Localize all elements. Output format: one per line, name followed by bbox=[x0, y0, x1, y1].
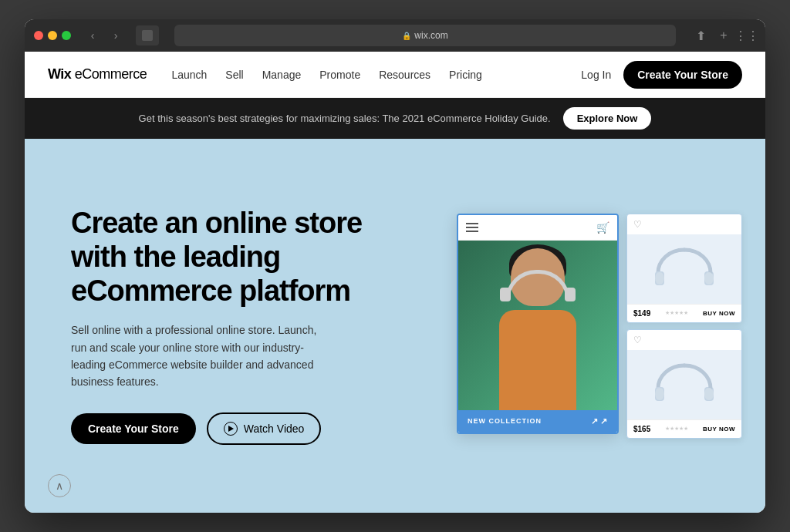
hero-title: Create an online store with the leading … bbox=[71, 207, 380, 308]
new-tab-button[interactable]: + bbox=[714, 26, 733, 45]
hero-watch-video-button[interactable]: Watch Video bbox=[207, 412, 322, 445]
nav-link-manage[interactable]: Manage bbox=[262, 69, 302, 81]
nav-link-launch[interactable]: Launch bbox=[171, 69, 207, 81]
arrow-icon-2: ↗ bbox=[600, 416, 608, 426]
mockup-hero-image bbox=[458, 241, 617, 410]
person-figure bbox=[484, 241, 592, 410]
menu-line-2 bbox=[466, 227, 478, 228]
traffic-lights bbox=[34, 31, 71, 40]
explore-now-button[interactable]: Explore Now bbox=[563, 107, 652, 130]
headphone-right-cup bbox=[565, 288, 576, 301]
person-head bbox=[511, 248, 565, 306]
product-card-1: ♡ bbox=[626, 214, 742, 323]
share-button[interactable]: ⬆ bbox=[691, 26, 710, 45]
menu-line-3 bbox=[466, 231, 478, 232]
browser-nav: ‹ › bbox=[83, 26, 125, 45]
product-2-price: $165 bbox=[633, 425, 650, 433]
play-triangle-icon bbox=[228, 426, 234, 432]
back-button[interactable]: ‹ bbox=[83, 26, 102, 45]
headphone-left-cup bbox=[500, 288, 511, 301]
mockup-cart-icon: 🛒 bbox=[596, 221, 609, 234]
hero-section: Create an online store with the leading … bbox=[25, 139, 765, 513]
promo-text: Get this season's best strategies for ma… bbox=[139, 113, 551, 124]
ssl-lock-icon: 🔒 bbox=[402, 32, 411, 40]
mockup-menu-icon bbox=[466, 223, 478, 232]
product-cards: ♡ bbox=[626, 214, 742, 439]
product-card-2: ♡ bbox=[626, 329, 742, 439]
person-body bbox=[499, 310, 576, 410]
nav-link-pricing[interactable]: Pricing bbox=[449, 69, 482, 81]
product-card-1-footer: $149 ★★★★★ BUY NOW bbox=[627, 304, 741, 322]
page-content: Wix eCommerce Launch Sell Manage Promote… bbox=[25, 52, 765, 513]
nav-link-sell[interactable]: Sell bbox=[225, 69, 243, 81]
product-card-1-image bbox=[627, 234, 741, 304]
svg-point-2 bbox=[655, 272, 664, 285]
site-nav: Wix eCommerce Launch Sell Manage Promote… bbox=[25, 52, 765, 98]
browser-actions: ⬆ + ⋮⋮ bbox=[691, 26, 756, 45]
product-1-wishlist-icon[interactable]: ♡ bbox=[633, 219, 642, 230]
product-2-buy-button[interactable]: BUY NOW bbox=[703, 426, 735, 433]
browser-window: ‹ › 🔒 wix.com ⬆ + ⋮⋮ Wix eCommerce Launc… bbox=[25, 19, 765, 513]
nav-links: Launch Sell Manage Promote Resources Pri… bbox=[171, 69, 581, 81]
chevron-up-icon: ∧ bbox=[56, 480, 63, 492]
minimize-window-button[interactable] bbox=[48, 31, 57, 40]
product-card-2-header: ♡ bbox=[627, 330, 741, 350]
product-card-1-header: ♡ bbox=[627, 214, 741, 234]
close-window-button[interactable] bbox=[34, 31, 43, 40]
product-1-buy-button[interactable]: BUY NOW bbox=[703, 310, 735, 317]
svg-point-3 bbox=[704, 272, 714, 285]
mockup-footer-arrows: ↗ ↗ bbox=[591, 416, 608, 426]
product-card-2-image bbox=[627, 350, 741, 419]
tab-bar bbox=[136, 25, 159, 45]
new-collection-label: NEW COLLECTION bbox=[468, 417, 542, 425]
mockup-footer: NEW COLLECTION ↗ ↗ bbox=[458, 410, 617, 433]
headphones-illustration bbox=[505, 270, 570, 301]
scroll-up-button[interactable]: ∧ bbox=[48, 474, 71, 497]
arrow-icon-1: ↗ bbox=[591, 416, 599, 426]
hero-description: Sell online with a professional online s… bbox=[71, 322, 318, 391]
hero-buttons: Create Your Store Watch Video bbox=[71, 412, 380, 445]
nav-create-store-button[interactable]: Create Your Store bbox=[623, 61, 742, 89]
site-logo: Wix eCommerce bbox=[48, 66, 147, 82]
product-2-wishlist-icon[interactable]: ♡ bbox=[633, 335, 642, 345]
hero-create-store-button[interactable]: Create Your Store bbox=[71, 413, 196, 444]
logo-wix: Wix bbox=[48, 66, 71, 82]
browser-tab[interactable] bbox=[136, 25, 159, 45]
hero-left: Create an online store with the leading … bbox=[71, 207, 380, 445]
hero-right: 🛒 bbox=[457, 214, 742, 439]
browser-titlebar: ‹ › 🔒 wix.com ⬆ + ⋮⋮ bbox=[25, 19, 765, 52]
nav-link-promote[interactable]: Promote bbox=[319, 69, 360, 81]
logo-ecom: eCommerce bbox=[71, 66, 147, 82]
product-1-price: $149 bbox=[633, 309, 650, 318]
headphone-product-svg-2 bbox=[653, 359, 715, 409]
promo-banner: Get this season's best strategies for ma… bbox=[25, 98, 765, 139]
tab-favicon bbox=[142, 30, 153, 41]
watch-video-label: Watch Video bbox=[244, 423, 305, 435]
product-card-2-footer: $165 ★★★★★ BUY NOW bbox=[627, 419, 741, 438]
svg-point-6 bbox=[655, 388, 664, 400]
menu-line-1 bbox=[466, 223, 478, 224]
url-text: wix.com bbox=[414, 30, 447, 41]
svg-point-7 bbox=[704, 388, 714, 400]
product-1-stars: ★★★★★ bbox=[665, 310, 688, 316]
extensions-button[interactable]: ⋮⋮ bbox=[738, 26, 756, 45]
nav-right: Log In Create Your Store bbox=[581, 61, 742, 89]
url-bar[interactable]: 🔒 wix.com bbox=[174, 25, 676, 46]
product-2-stars: ★★★★★ bbox=[665, 426, 688, 432]
login-button[interactable]: Log In bbox=[581, 69, 611, 81]
fullscreen-window-button[interactable] bbox=[62, 31, 71, 40]
nav-link-resources[interactable]: Resources bbox=[379, 69, 430, 81]
play-icon bbox=[224, 422, 238, 436]
mockup-header: 🛒 bbox=[458, 215, 617, 241]
headphone-product-svg-1 bbox=[653, 244, 715, 294]
forward-button[interactable]: › bbox=[106, 26, 125, 45]
store-mockup-main: 🛒 bbox=[457, 214, 619, 434]
